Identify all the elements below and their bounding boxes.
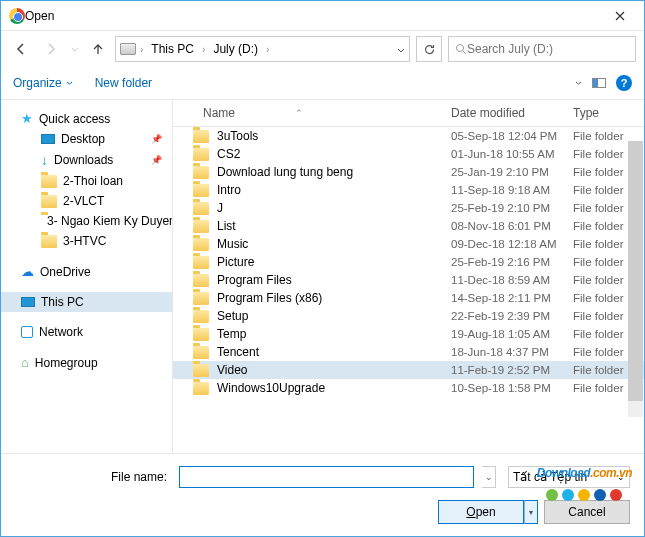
sidebar-item[interactable]: 3- Ngao Kiem Ky Duyen: [1, 211, 172, 231]
watermark-dots: [546, 489, 622, 501]
toolbar: Organize New folder ?: [1, 67, 644, 100]
close-icon: [615, 11, 625, 21]
search-input[interactable]: [467, 42, 629, 56]
sidebar-item[interactable]: 3-HTVC: [1, 231, 172, 251]
file-name: Windows10Upgrade: [217, 381, 325, 395]
file-row[interactable]: Intro11-Sep-18 9:18 AMFile folder: [173, 181, 644, 199]
file-row[interactable]: 3uTools05-Sep-18 12:04 PMFile folder: [173, 127, 644, 145]
sidebar-item-label: 3-HTVC: [63, 234, 106, 248]
filename-input[interactable]: [179, 466, 474, 488]
column-date[interactable]: Date modified: [451, 106, 573, 120]
cancel-button[interactable]: Cancel: [544, 500, 630, 524]
sidebar-item-label: 3- Ngao Kiem Ky Duyen: [47, 214, 173, 228]
folder-icon: [41, 195, 57, 208]
column-headers: Name ⌃ Date modified Type: [173, 100, 644, 127]
recent-dropdown[interactable]: [69, 37, 81, 61]
help-button[interactable]: ?: [616, 75, 632, 91]
address-dropdown[interactable]: [397, 42, 405, 56]
file-row[interactable]: Program Files11-Dec-18 8:59 AMFile folde…: [173, 271, 644, 289]
folder-icon: [193, 166, 209, 179]
file-row[interactable]: CS201-Jun-18 10:55 AMFile folder: [173, 145, 644, 163]
sidebar-item[interactable]: 2-Thoi loan: [1, 171, 172, 191]
scrollbar-thumb[interactable]: [628, 141, 643, 401]
sidebar-item[interactable]: ↓Downloads📌: [1, 149, 172, 171]
file-row[interactable]: Download lung tung beng25-Jan-19 2:10 PM…: [173, 163, 644, 181]
sidebar-item[interactable]: Desktop📌: [1, 129, 172, 149]
dot-icon: [610, 489, 622, 501]
organize-menu[interactable]: Organize: [13, 76, 73, 90]
file-row[interactable]: Music09-Dec-18 12:18 AMFile folder: [173, 235, 644, 253]
file-name: Program Files: [217, 273, 292, 287]
file-row[interactable]: Program Files (x86)14-Sep-18 2:11 PMFile…: [173, 289, 644, 307]
star-icon: ★: [21, 111, 33, 126]
pc-icon: [21, 297, 35, 307]
file-name: Intro: [217, 183, 241, 197]
sidebar-item-label: 2-VLCT: [63, 194, 104, 208]
folder-icon: [193, 346, 209, 359]
folder-icon: [193, 148, 209, 161]
file-row[interactable]: Setup22-Feb-19 2:39 PMFile folder: [173, 307, 644, 325]
file-row[interactable]: Picture25-Feb-19 2:16 PMFile folder: [173, 253, 644, 271]
search-box[interactable]: [448, 36, 636, 62]
sidebar-homegroup[interactable]: ⌂ Homegroup: [1, 352, 172, 373]
close-button[interactable]: [597, 1, 642, 30]
sidebar-item[interactable]: 2-VLCT: [1, 191, 172, 211]
address-bar[interactable]: › This PC › July (D:) ›: [115, 36, 410, 62]
folder-icon: [193, 220, 209, 233]
sidebar-onedrive[interactable]: ☁ OneDrive: [1, 261, 172, 282]
drive-icon: [120, 43, 136, 55]
file-pane: Name ⌃ Date modified Type 3uTools05-Sep-…: [173, 100, 644, 453]
column-type[interactable]: Type: [573, 106, 644, 120]
file-date: 10-Sep-18 1:58 PM: [451, 382, 573, 394]
file-row[interactable]: Windows10Upgrade10-Sep-18 1:58 PMFile fo…: [173, 379, 644, 397]
chevron-down-icon: [66, 81, 73, 85]
chrome-icon: [9, 8, 25, 24]
column-name[interactable]: Name: [203, 106, 235, 120]
file-date: 09-Dec-18 12:18 AM: [451, 238, 573, 250]
file-name: Tencent: [217, 345, 259, 359]
sidebar-quick-access[interactable]: ★ Quick access: [1, 108, 172, 129]
open-button[interactable]: Open: [438, 500, 524, 524]
chevron-down-icon: ⌄: [617, 472, 625, 482]
sidebar-this-pc[interactable]: This PC: [1, 292, 172, 312]
folder-icon: [193, 382, 209, 395]
file-row[interactable]: List08-Nov-18 6:01 PMFile folder: [173, 217, 644, 235]
download-icon: ↓: [41, 152, 48, 168]
homegroup-icon: ⌂: [21, 355, 29, 370]
forward-button[interactable]: [39, 37, 63, 61]
filename-dropdown[interactable]: ⌄: [482, 466, 496, 488]
preview-icon: [592, 78, 606, 88]
file-name: Program Files (x86): [217, 291, 322, 305]
desktop-icon: [41, 134, 55, 144]
sidebar-item-label: 2-Thoi loan: [63, 174, 123, 188]
breadcrumb-drive[interactable]: July (D:): [209, 40, 262, 58]
open-dropdown[interactable]: ▾: [524, 500, 538, 524]
view-mode-button[interactable]: [562, 81, 582, 85]
folder-icon: [193, 364, 209, 377]
sidebar-item-label: Desktop: [61, 132, 105, 146]
sidebar-network[interactable]: Network: [1, 322, 172, 342]
file-date: 01-Jun-18 10:55 AM: [451, 148, 573, 160]
file-row[interactable]: Temp19-Aug-18 1:05 AMFile folder: [173, 325, 644, 343]
dot-icon: [594, 489, 606, 501]
file-row[interactable]: J25-Feb-19 2:10 PMFile folder: [173, 199, 644, 217]
file-date: 18-Jun-18 4:37 PM: [451, 346, 573, 358]
up-button[interactable]: [87, 37, 109, 61]
new-folder-button[interactable]: New folder: [95, 76, 152, 90]
window-title: Open: [25, 9, 597, 23]
arrow-right-icon: [44, 42, 58, 56]
arrow-up-icon: [91, 42, 105, 56]
back-button[interactable]: [9, 37, 33, 61]
file-row[interactable]: Tencent18-Jun-18 4:37 PMFile folder: [173, 343, 644, 361]
breadcrumb-root[interactable]: This PC: [147, 40, 198, 58]
file-name: Download lung tung beng: [217, 165, 353, 179]
file-list[interactable]: 3uTools05-Sep-18 12:04 PMFile folderCS20…: [173, 127, 644, 453]
file-date: 11-Dec-18 8:59 AM: [451, 274, 573, 286]
preview-pane-button[interactable]: [592, 78, 606, 88]
folder-icon: [41, 235, 57, 248]
sort-indicator-icon: ⌃: [295, 108, 303, 118]
file-row[interactable]: Video11-Feb-19 2:52 PMFile folder: [173, 361, 644, 379]
sidebar-item-label: Downloads: [54, 153, 113, 167]
refresh-button[interactable]: [416, 36, 442, 62]
file-type-filter[interactable]: Tất cả Tệp tin ⌄: [508, 466, 630, 488]
